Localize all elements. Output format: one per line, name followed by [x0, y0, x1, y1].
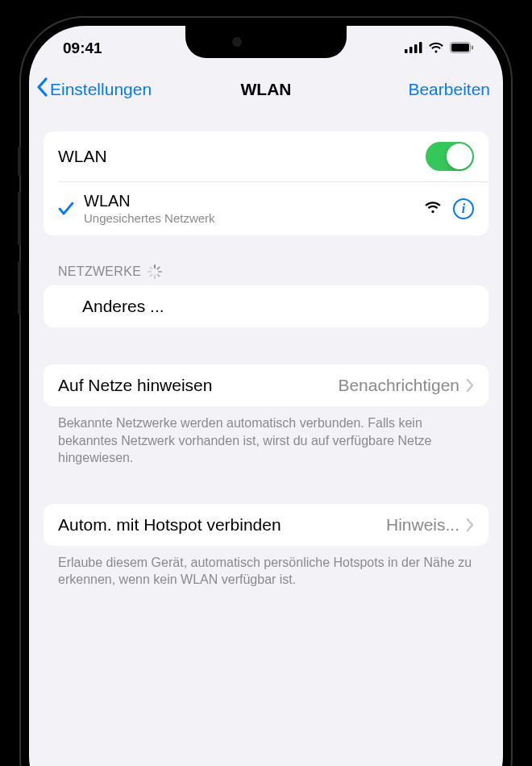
networks-header: NETZWERKE [44, 264, 488, 279]
phone-frame: 09:41 Einstellungen WLAN [19, 16, 513, 766]
spinner-icon [148, 264, 162, 279]
auto-hotspot-cell[interactable]: Autom. mit Hotspot verbinden Hinweis... [44, 504, 488, 546]
network-name: WLAN [84, 192, 424, 210]
svg-rect-6 [472, 46, 473, 50]
other-network-label: Anderes ... [82, 297, 474, 316]
wifi-strength-icon [424, 201, 442, 217]
networks-group: Anderes ... [44, 285, 488, 327]
hotspot-group: Autom. mit Hotspot verbinden Hinweis... [44, 504, 488, 546]
device-notch [185, 26, 347, 58]
back-label: Einstellungen [50, 80, 152, 99]
svg-rect-3 [419, 42, 422, 53]
info-icon[interactable]: i [453, 198, 474, 219]
status-time: 09:41 [63, 40, 102, 57]
ask-value: Benachrichtigen [338, 376, 459, 395]
hotspot-label: Autom. mit Hotspot verbinden [58, 515, 281, 535]
network-security: Ungesichertes Netzwerk [84, 211, 424, 225]
svg-rect-5 [451, 44, 469, 52]
page-title: WLAN [241, 80, 292, 99]
svg-rect-1 [409, 47, 413, 53]
svg-rect-2 [414, 44, 418, 53]
wlan-toggle-label: WLAN [58, 147, 426, 166]
back-button[interactable]: Einstellungen [35, 77, 152, 101]
cellular-icon [405, 40, 422, 57]
other-network-cell[interactable]: Anderes ... [44, 285, 488, 327]
hotspot-footer: Erlaube diesem Gerät, automatisch persön… [44, 546, 488, 589]
ask-label: Auf Netze hinweisen [58, 376, 338, 395]
ask-to-join-cell[interactable]: Auf Netze hinweisen Benachrichtigen [44, 364, 488, 406]
ask-group: Auf Netze hinweisen Benachrichtigen [44, 364, 488, 406]
chevron-left-icon [35, 77, 48, 101]
checkmark-icon [58, 202, 79, 216]
networks-header-label: NETZWERKE [58, 264, 141, 279]
svg-rect-0 [405, 49, 408, 53]
wifi-icon [428, 40, 444, 57]
wlan-toggle-cell[interactable]: WLAN [44, 131, 488, 181]
hotspot-value: Hinweis... [386, 515, 459, 535]
chevron-right-icon [466, 375, 474, 396]
nav-bar: Einstellungen WLAN Bearbeiten [29, 71, 503, 110]
ask-footer: Bekannte Netzwerke werden automatisch ve… [44, 406, 488, 467]
battery-icon [450, 40, 474, 57]
wlan-toggle[interactable] [426, 142, 474, 171]
chevron-right-icon [466, 514, 474, 535]
connected-network-cell[interactable]: WLAN Ungesichertes Netzwerk i [44, 181, 488, 235]
wlan-group: WLAN WLAN Ungesichertes Netzwerk i [44, 131, 488, 235]
edit-button[interactable]: Bearbeiten [408, 80, 490, 99]
